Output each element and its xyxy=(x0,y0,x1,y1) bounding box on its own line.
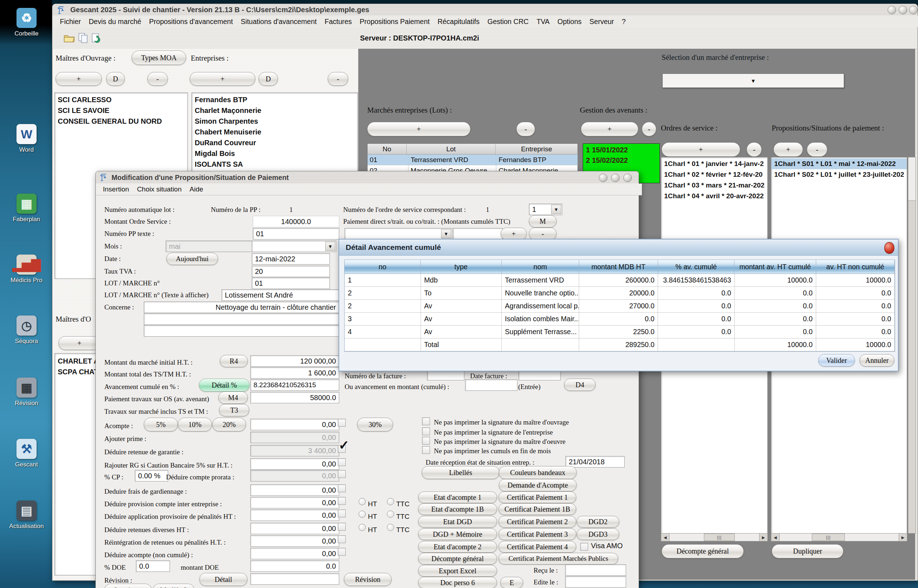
imprimer-button[interactable]: Imprimer xyxy=(104,584,152,588)
certificat-paiement-3-button[interactable]: Certificat Paiement 3 xyxy=(498,528,576,540)
entreprise-list-item[interactable]: Simon Charpentes xyxy=(192,116,357,126)
entreprise-remove-button[interactable]: - xyxy=(328,72,348,86)
paiement-direct-field[interactable] xyxy=(453,228,503,239)
marche-init-field[interactable]: 120 000,00 xyxy=(250,355,339,367)
moa-add-button[interactable]: + xyxy=(56,72,102,86)
lot-remove-button[interactable]: - xyxy=(516,122,535,136)
revision-field[interactable] xyxy=(250,573,339,585)
concerne-field-3[interactable] xyxy=(144,325,339,337)
detail-table-row[interactable]: 2ToNouvelle tranche optio... 20000.00.00… xyxy=(344,287,895,300)
doe-pct-field[interactable]: 0.0 xyxy=(136,561,170,572)
menu-item[interactable]: Options xyxy=(554,16,585,27)
avenant-remove-button[interactable]: - xyxy=(642,122,656,136)
detail-column-header[interactable]: % av. cumulé xyxy=(658,260,734,273)
menu-item[interactable]: Fichier xyxy=(56,16,85,27)
montant-doe-field[interactable]: 0.0 xyxy=(250,561,339,572)
moa-list-item[interactable]: CONSEIL GENERAL DU NORD xyxy=(55,116,187,126)
paiement-remove-button[interactable]: - xyxy=(529,228,556,240)
certificat-paiement-mp-button[interactable]: Certificat Paiement Marchés Publics xyxy=(498,553,618,564)
retenue-garantie-checkbox[interactable]: ✓ xyxy=(338,445,346,453)
chevron-down-icon[interactable]: ▼ xyxy=(441,229,451,238)
detail-table-row[interactable]: 4AvSupplément Terrasse... 2250.00.00.00.… xyxy=(344,326,895,338)
acompte-20-button[interactable]: 20% xyxy=(212,418,246,431)
entreprise-list-item[interactable]: Migdal Bois xyxy=(192,148,357,159)
aujourdhui-button[interactable]: Aujourd'hui xyxy=(166,253,218,265)
revision-detail-button[interactable]: Détail xyxy=(199,573,247,586)
menu-item[interactable]: Serveur xyxy=(585,16,618,27)
avancement-field[interactable]: 8.223684210526315 xyxy=(250,379,339,391)
paiement-os-field[interactable]: 58000.0 xyxy=(250,392,339,403)
retenue-garantie-field[interactable]: 3 400,00 xyxy=(250,445,339,456)
date-field[interactable]: 12-mai-2022 xyxy=(252,253,330,265)
reintegration-field[interactable]: 0,00 xyxy=(250,535,339,547)
concerne-field[interactable]: Nettoyage du terrain - clôture chantier xyxy=(144,302,339,313)
moa-remove-button[interactable]: - xyxy=(147,72,168,86)
scroll-right-icon[interactable]: ► xyxy=(899,535,907,540)
os-remove-button[interactable]: - xyxy=(747,142,762,157)
lot-num-field[interactable]: 01 xyxy=(252,278,330,289)
lots-col-no[interactable]: No xyxy=(368,144,407,154)
dialog-minimize-button[interactable] xyxy=(599,173,608,182)
entreprise-add-button[interactable]: + xyxy=(190,72,255,86)
acompte-5-button[interactable]: 5% xyxy=(144,418,178,431)
certificat-paiement-1-button[interactable]: Certificat Paiement 1 xyxy=(498,491,576,503)
entreprise-list-item[interactable]: DuRand Couvreur xyxy=(192,137,357,148)
dialog-maximize-button[interactable] xyxy=(611,173,620,182)
lots-col-lot[interactable]: Lot xyxy=(407,144,496,154)
prime-field[interactable]: 0,00 xyxy=(250,432,339,443)
export-excel-button[interactable]: Export Excel xyxy=(418,565,497,577)
copy-pages-icon[interactable] xyxy=(78,32,89,44)
menu-item[interactable]: Devis du marché xyxy=(85,16,145,27)
menu-item[interactable]: TVA xyxy=(533,16,553,27)
provision-field[interactable]: 0,00 xyxy=(250,497,339,509)
libelles-button[interactable]: Libellés xyxy=(422,466,499,479)
visa-amo-checkbox[interactable] xyxy=(580,543,588,551)
dupliquer-button[interactable]: Dupliquer xyxy=(772,544,844,558)
r4-button[interactable]: R4 xyxy=(220,355,248,367)
avenant-item[interactable]: 1 15/01/2022 xyxy=(583,145,659,155)
menu-item[interactable]: Propositions d'avancement xyxy=(145,16,237,27)
etat-acompte-1-button[interactable]: Etat d'acompte 1 xyxy=(418,491,497,503)
os-list-item[interactable]: 1Charl * 02 * février * 12-fév-20 xyxy=(661,169,768,180)
os-list-item[interactable]: 1Charl * 01 * janvier * 14-janv-2 xyxy=(661,158,768,169)
gardiennage-field[interactable]: 0,00 xyxy=(250,485,339,496)
menu-item[interactable]: ? xyxy=(618,16,630,27)
chevron-down-icon[interactable]: ▼ xyxy=(551,205,561,214)
montant-os-field[interactable]: 140000.0 xyxy=(253,216,339,227)
moa-d-button[interactable]: D xyxy=(106,72,125,86)
doc-perso-6-button[interactable]: Doc perso 6 xyxy=(418,577,497,588)
dialog-menu-item[interactable]: Aide xyxy=(186,184,207,195)
detail-table-row[interactable]: 3AvIsolation combles Mair... 0.00.00.00.… xyxy=(344,313,895,326)
gardiennage-checkbox[interactable] xyxy=(338,485,346,492)
types-moa-button[interactable]: Types MOA xyxy=(132,50,186,65)
print-check-3[interactable] xyxy=(422,437,430,444)
date-facture-field[interactable] xyxy=(519,370,561,380)
moe-add-button[interactable]: + xyxy=(58,336,100,350)
dialog-close-button[interactable] xyxy=(623,173,632,182)
lot-add-button[interactable]: + xyxy=(367,122,470,136)
entreprise-list-item[interactable]: Fernandes BTP xyxy=(192,94,357,105)
maximize-button[interactable] xyxy=(899,6,907,15)
pp-remove-button[interactable]: - xyxy=(807,142,827,157)
scroll-thumb[interactable] xyxy=(908,157,915,201)
concerne-field-2[interactable] xyxy=(144,313,339,325)
date-reception-field[interactable]: 21/04/2018 xyxy=(566,456,625,467)
acompte-checkbox[interactable] xyxy=(338,419,346,426)
os-hscrollbar[interactable]: ◄ ||| ► xyxy=(661,533,768,541)
recu-le-field[interactable] xyxy=(565,564,626,576)
menu-item[interactable]: Propositions Paiement xyxy=(356,16,433,27)
print-check-1[interactable] xyxy=(422,417,430,425)
ts-tm-field[interactable]: 1 600,00 xyxy=(250,367,339,379)
facture-field[interactable] xyxy=(427,370,464,380)
dgd2-button[interactable]: DGD2 xyxy=(577,516,619,527)
scroll-left-icon[interactable]: ◄ xyxy=(661,535,669,540)
os-combo[interactable]: 1 ▼ xyxy=(529,204,562,215)
retenues-diverses-checkbox[interactable] xyxy=(338,523,346,531)
marche-select-combo[interactable]: ▼ xyxy=(662,73,844,88)
certificat-paiement-1b-button[interactable]: Certificat Paiement 1B xyxy=(498,503,576,515)
detail-table-row[interactable]: 1MdbTerrassement VRD 260000.03.846153846… xyxy=(344,274,895,287)
m4-button[interactable]: M4 xyxy=(218,391,248,404)
acompte-field[interactable]: 0,00 xyxy=(250,419,339,430)
acompte-30-button[interactable]: 30% xyxy=(357,418,393,431)
menu-item[interactable]: Factures xyxy=(321,16,356,27)
